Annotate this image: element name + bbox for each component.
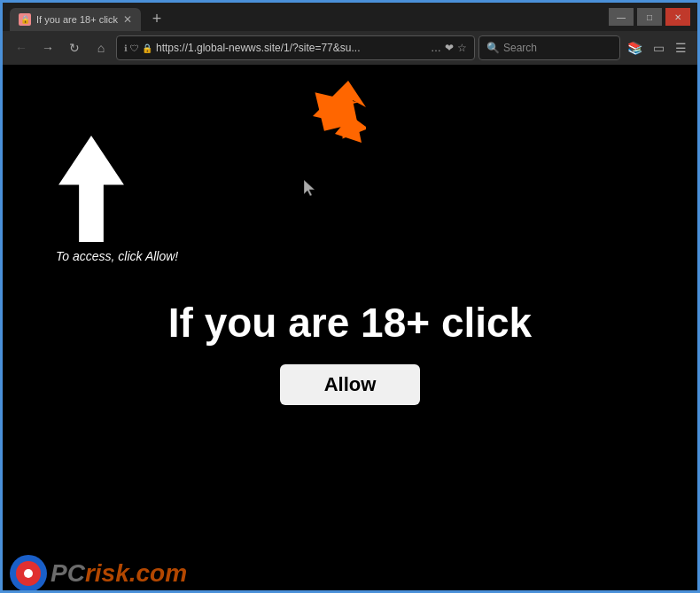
tab-close-button[interactable]: ✕	[123, 13, 132, 26]
orange-arrow-indicator	[304, 81, 366, 155]
svg-marker-3	[58, 136, 124, 242]
pcrisk-logo-inner	[16, 561, 41, 586]
address-bar[interactable]: ℹ 🛡 🔒 https://1.global-newws.site/1/?sit…	[116, 35, 475, 60]
maximize-button[interactable]: □	[637, 8, 662, 26]
info-icon: ℹ	[124, 43, 128, 53]
toolbar-end: 📚 ▭ ☰	[624, 39, 690, 57]
svg-marker-1	[313, 81, 366, 143]
menu-button[interactable]: ☰	[672, 39, 690, 57]
shield-icon: 🛡	[130, 43, 139, 53]
pcrisk-text: PCrisk.com	[51, 559, 187, 588]
home-button[interactable]: ⌂	[89, 36, 113, 59]
access-text: To access, click Allow!	[56, 249, 178, 263]
url-text: https://1.global-newws.site/1/?site=77&s…	[156, 42, 427, 54]
bookmark-icon[interactable]: ☆	[457, 42, 467, 54]
library-icon[interactable]: 📚	[624, 39, 646, 57]
refresh-button[interactable]: ↻	[63, 36, 86, 59]
headline: If you are 18+ click	[168, 299, 532, 347]
new-tab-button[interactable]: +	[144, 6, 169, 31]
lock-icon: 🔒	[142, 43, 152, 53]
allow-button[interactable]: Allow	[280, 364, 421, 405]
tab-favicon: 🔒	[19, 13, 31, 26]
tab-title: If you are 18+ click	[36, 14, 118, 25]
pcrisk-logo	[10, 555, 47, 592]
white-up-arrow-icon	[56, 136, 127, 242]
tab-area: 🔒 If you are 18+ click ✕ +	[10, 3, 605, 31]
minimize-button[interactable]: —	[609, 8, 634, 26]
address-security-icons: ℹ 🛡 🔒	[124, 43, 152, 53]
forward-button[interactable]: →	[36, 36, 59, 59]
more-options-button[interactable]: …	[431, 42, 441, 54]
window-controls: — □ ✕	[609, 8, 690, 26]
address-actions: … ❤ ☆	[431, 42, 467, 54]
titlebar: 🔒 If you are 18+ click ✕ + — □ ✕	[3, 3, 697, 31]
pcrisk-watermark: PCrisk.com	[3, 551, 194, 593]
back-button[interactable]: ←	[10, 36, 33, 59]
white-arrow-section: To access, click Allow!	[3, 136, 178, 263]
search-bar[interactable]: 🔍 Search	[478, 35, 620, 60]
mouse-cursor	[304, 180, 316, 199]
page-content: To access, click Allow! If you are 18+ c…	[3, 65, 697, 593]
pcrisk-logo-dot	[24, 569, 33, 578]
svg-marker-2	[304, 180, 315, 196]
pcrisk-risk: risk	[85, 559, 129, 587]
close-button[interactable]: ✕	[665, 8, 690, 26]
pcrisk-pc: PC	[51, 559, 85, 587]
active-tab[interactable]: 🔒 If you are 18+ click ✕	[10, 8, 141, 31]
navbar: ← → ↻ ⌂ ℹ 🛡 🔒 https://1.global-newws.sit…	[3, 31, 697, 65]
pcrisk-domain: .com	[129, 559, 187, 587]
search-placeholder: Search	[503, 42, 537, 54]
sidebar-icon[interactable]: ▭	[649, 39, 668, 57]
pocket-icon[interactable]: ❤	[445, 42, 454, 54]
search-icon: 🔍	[486, 42, 500, 54]
